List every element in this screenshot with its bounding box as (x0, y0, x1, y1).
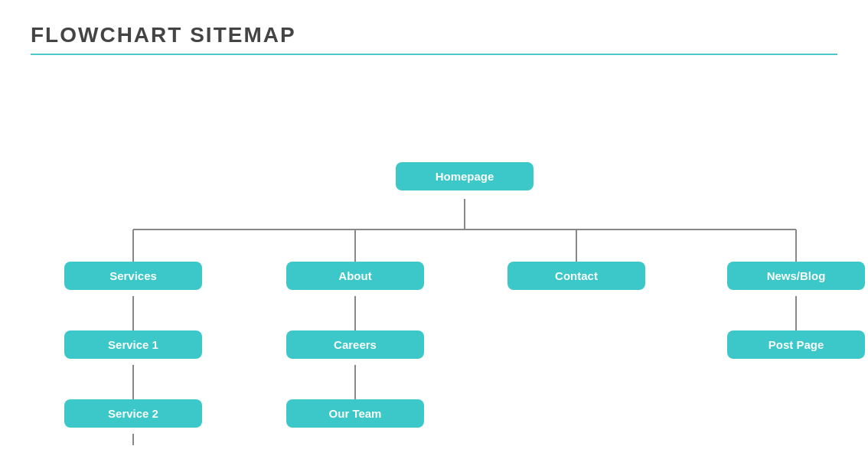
node-news-blog[interactable]: News/Blog (727, 262, 865, 290)
node-services[interactable]: Services (64, 262, 202, 290)
node-service2[interactable]: Service 2 (64, 399, 202, 428)
node-about[interactable]: About (286, 262, 424, 290)
page-title: FLOWCHART SITEMAP (31, 23, 837, 47)
sitemap: Homepage Services About Contact News/Blo… (31, 78, 837, 445)
node-careers[interactable]: Careers (286, 330, 424, 359)
title-divider (31, 54, 837, 55)
node-post-page[interactable]: Post Page (727, 330, 865, 359)
node-contact[interactable]: Contact (507, 262, 645, 290)
page-container: FLOWCHART SITEMAP (0, 0, 868, 459)
node-homepage[interactable]: Homepage (396, 162, 534, 190)
node-our-team[interactable]: Our Team (286, 399, 424, 428)
node-service1[interactable]: Service 1 (64, 330, 202, 359)
